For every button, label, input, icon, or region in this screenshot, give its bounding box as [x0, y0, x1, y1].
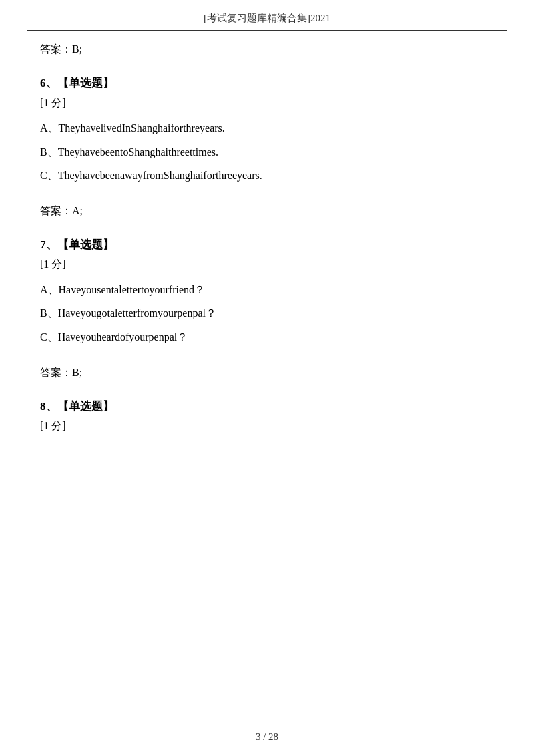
question-8: 8、【单选题】 [1 分]: [40, 399, 494, 433]
question-6-score: [1 分]: [40, 96, 494, 110]
option-b-text: TheyhavebeentoShanghaithreettimes.: [58, 146, 218, 158]
option-a-text-7: Haveyousentalettertoyourfriend？: [59, 284, 205, 295]
question-6-option-a: A、TheyhavelivedInShanghaiforthreyears.: [40, 120, 494, 137]
answer-5: 答案：B;: [40, 43, 494, 57]
option-a-label-7: A、: [40, 284, 59, 295]
answer-6-text: 答案：A;: [40, 205, 83, 216]
question-8-score: [1 分]: [40, 419, 494, 433]
question-7: 7、【单选题】 [1 分] A、Haveyousentalettertoyour…: [40, 237, 494, 346]
option-c-text: TheyhavebeenawayfromShanghaiforthreeyear…: [58, 170, 262, 181]
question-7-score: [1 分]: [40, 258, 494, 272]
option-b-label: B、: [40, 146, 58, 158]
question-8-number: 8、【单选题】: [40, 399, 494, 414]
question-7-option-b: B、Haveyougotaletterfromyourpenpal？: [40, 305, 494, 322]
header-divider: [27, 30, 507, 31]
option-c-text-7: Haveyouheardofyourpenpal？: [58, 331, 188, 343]
answer-6: 答案：A;: [40, 204, 494, 218]
content-area: 答案：B; 6、【单选题】 [1 分] A、TheyhavelivedInSha…: [0, 43, 534, 433]
option-b-label-7: B、: [40, 307, 58, 319]
question-6: 6、【单选题】 [1 分] A、TheyhavelivedInShanghaif…: [40, 75, 494, 184]
question-7-option-a: A、Haveyousentalettertoyourfriend？: [40, 281, 494, 299]
question-7-number: 7、【单选题】: [40, 237, 494, 252]
pagination: 3 / 28: [256, 731, 278, 742]
option-b-text-7: Haveyougotaletterfromyourpenpal？: [58, 307, 216, 319]
option-c-label-7: C、: [40, 331, 58, 343]
page-footer: 3 / 28: [0, 731, 534, 743]
question-6-option-b: B、TheyhavebeentoShanghaithreettimes.: [40, 144, 494, 161]
page-header: [考试复习题库精编合集]2021: [0, 0, 534, 30]
option-c-label: C、: [40, 170, 58, 181]
question-6-option-c: C、TheyhavebeenawayfromShanghaiforthreeye…: [40, 167, 494, 184]
option-a-text: TheyhavelivedInShanghaiforthreyears.: [59, 122, 225, 134]
question-6-number: 6、【单选题】: [40, 75, 494, 91]
question-7-option-c: C、Haveyouheardofyourpenpal？: [40, 329, 494, 346]
option-a-label: A、: [40, 122, 59, 134]
answer-5-text: 答案：B;: [40, 43, 82, 55]
answer-7: 答案：B;: [40, 366, 494, 380]
answer-7-text: 答案：B;: [40, 367, 82, 378]
header-title: [考试复习题库精编合集]2021: [204, 13, 330, 23]
